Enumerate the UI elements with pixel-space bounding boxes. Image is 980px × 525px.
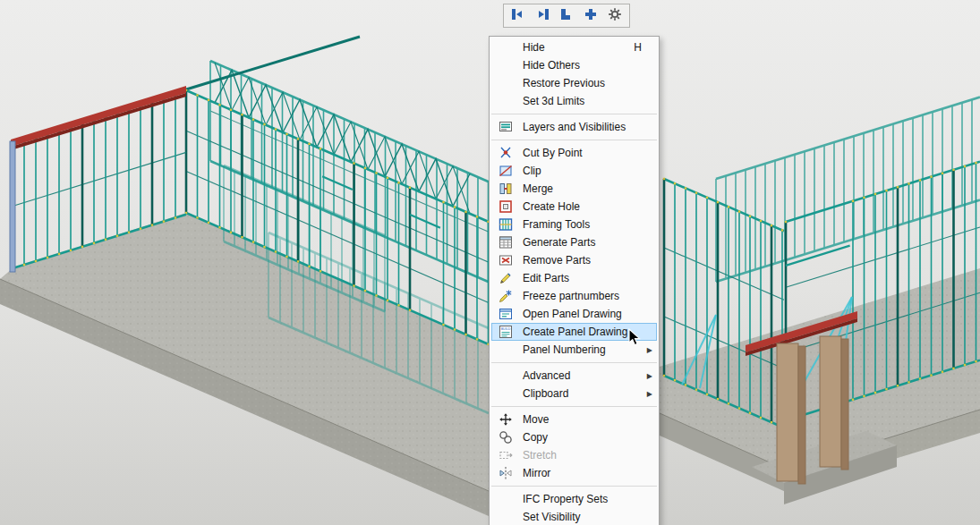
stretch-icon <box>498 448 513 462</box>
framing-tools-icon <box>498 217 513 232</box>
icon-spacer <box>498 58 513 72</box>
menu-item-edit-parts[interactable]: Edit Parts <box>490 269 659 287</box>
menu-item-label: Hide Others <box>523 59 653 72</box>
icon-spacer <box>498 343 513 357</box>
menu-item-copy[interactable]: Copy <box>490 428 659 446</box>
menu-item-label: Mirror <box>523 467 653 479</box>
menu-item-label: Restore Previous <box>523 77 653 89</box>
menu-item-set-visibility[interactable]: Set Visibility <box>490 508 659 525</box>
menu-item-hide-others[interactable]: Hide Others <box>490 56 659 74</box>
panel-tool-2-button[interactable] <box>531 5 554 26</box>
menu-item-label: Hide <box>523 41 634 54</box>
menu-item-label: Advanced <box>523 369 653 382</box>
icon-spacer <box>498 386 513 401</box>
submenu-arrow-icon: ▶ <box>647 346 652 354</box>
copy-icon <box>498 430 513 445</box>
menu-item-label: Edit Parts <box>523 272 653 284</box>
panel-tool-3-button[interactable] <box>555 5 578 26</box>
menu-item-label: Set 3d Limits <box>523 95 653 107</box>
panel-tool-1-button[interactable] <box>507 5 530 26</box>
menu-item-label: Freeze partnumbers <box>523 290 653 302</box>
menu-item-clip[interactable]: Clip <box>490 162 659 180</box>
menu-item-set-3d-limits[interactable]: Set 3d Limits <box>490 92 659 110</box>
context-menu: HideHHide OthersRestore PreviousSet 3d L… <box>489 36 660 525</box>
menu-item-hide[interactable]: HideH <box>490 38 659 56</box>
freeze-partnumbers-icon <box>498 289 513 303</box>
menu-item-label: Set Visibility <box>523 511 653 523</box>
remove-parts-icon <box>498 253 513 267</box>
menu-item-label: Open Panel Drawing <box>523 308 653 320</box>
open-panel-drawing-icon <box>498 307 513 321</box>
menu-item-layers-and-visibilities[interactable]: Layers and Visibilities <box>490 118 659 136</box>
menu-item-label: Move <box>523 413 653 426</box>
generate-parts-icon <box>498 235 513 250</box>
tool-cross-panel-icon <box>583 6 599 26</box>
menu-separator <box>491 486 657 487</box>
menu-item-label: Generate Parts <box>523 236 653 249</box>
menu-item-clipboard[interactable]: Clipboard▶ <box>490 385 659 402</box>
menu-shortcut: H <box>634 41 642 54</box>
move-icon <box>498 412 513 427</box>
create-hole-icon <box>498 199 513 214</box>
cut-by-point-icon <box>498 146 513 160</box>
clip-icon <box>498 164 513 178</box>
steel-column <box>10 141 15 272</box>
menu-item-create-panel-drawing[interactable]: BUILDCreate Panel Drawing <box>491 323 657 341</box>
tool-bar-arrow-left-icon <box>510 6 526 26</box>
menu-item-panel-numbering[interactable]: Panel Numbering▶ <box>490 341 659 359</box>
edit-parts-icon <box>498 271 513 285</box>
floating-toolbar <box>503 4 630 28</box>
icon-spacer <box>498 492 513 506</box>
create-panel-drawing-icon: BUILD <box>498 325 513 339</box>
menu-item-label: Stretch <box>523 449 653 461</box>
settings-button[interactable] <box>603 5 626 26</box>
menu-item-open-panel-drawing[interactable]: Open Panel Drawing <box>490 305 659 323</box>
menu-separator <box>491 114 657 114</box>
menu-item-label: Create Hole <box>523 200 653 213</box>
menu-item-label: Clipboard <box>523 387 653 400</box>
layers-icon <box>498 120 513 134</box>
menu-item-label: Merge <box>523 182 653 195</box>
menu-item-label: Create Panel Drawing <box>523 326 653 338</box>
menu-item-stretch: Stretch <box>490 446 659 464</box>
menu-item-ifc-property-sets[interactable]: IFC Property Sets <box>490 490 659 508</box>
icon-spacer <box>498 368 513 383</box>
menu-item-label: Framing Tools <box>523 218 653 231</box>
menu-item-generate-parts[interactable]: Generate Parts <box>490 233 659 251</box>
submenu-arrow-icon: ▶ <box>647 372 652 380</box>
menu-item-advanced[interactable]: Advanced▶ <box>490 367 659 385</box>
merge-icon <box>498 182 513 196</box>
icon-spacer <box>498 76 513 90</box>
menu-item-move[interactable]: Move <box>490 411 659 428</box>
menu-separator <box>491 140 657 140</box>
panel-tool-4-button[interactable] <box>579 5 602 26</box>
menu-item-label: Clip <box>523 165 653 177</box>
submenu-arrow-icon: ▶ <box>647 390 652 398</box>
menu-item-mirror[interactable]: Mirror <box>490 464 659 482</box>
menu-item-label: Panel Numbering <box>523 343 653 356</box>
svg-text:BUILD: BUILD <box>500 327 510 331</box>
menu-item-freeze-partnumbers[interactable]: Freeze partnumbers <box>490 287 659 305</box>
menu-item-cut-by-point[interactable]: Cut By Point <box>490 144 659 162</box>
icon-spacer <box>498 510 513 524</box>
tool-corner-panel-icon <box>558 6 575 26</box>
menu-item-remove-parts[interactable]: Remove Parts <box>490 251 659 269</box>
menu-item-create-hole[interactable]: Create Hole <box>490 198 659 216</box>
menu-separator <box>491 406 657 407</box>
mirror-icon <box>498 466 513 480</box>
menu-item-label: Copy <box>523 431 653 444</box>
icon-spacer <box>498 94 513 108</box>
menu-item-framing-tools[interactable]: Framing Tools <box>490 216 659 233</box>
menu-item-label: Cut By Point <box>523 147 653 159</box>
gear-icon <box>607 6 623 26</box>
menu-item-label: Layers and Visibilities <box>523 121 653 133</box>
menu-item-restore-previous[interactable]: Restore Previous <box>490 74 659 92</box>
icon-spacer <box>498 40 513 55</box>
menu-item-label: Remove Parts <box>523 254 653 267</box>
tool-bar-arrow-right-icon <box>534 6 550 26</box>
menu-separator <box>491 362 657 363</box>
menu-item-merge[interactable]: Merge <box>490 180 659 198</box>
menu-item-label: IFC Property Sets <box>523 493 653 505</box>
